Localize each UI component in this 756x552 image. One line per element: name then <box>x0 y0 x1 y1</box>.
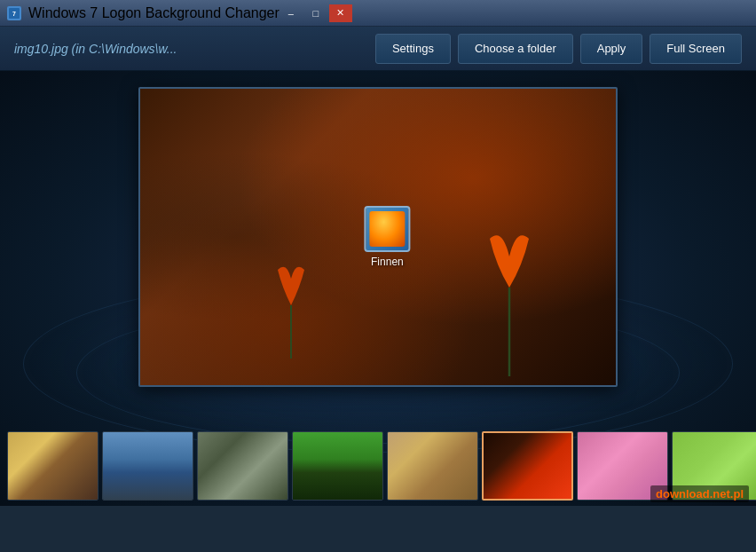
window-title: Windows 7 Logon Background Changer <box>28 5 280 21</box>
thumbnail-image <box>198 432 287 500</box>
apply-button[interactable]: Apply <box>580 34 643 64</box>
maximize-button[interactable]: □ <box>304 4 327 22</box>
user-avatar-box <box>364 206 410 252</box>
fullscreen-button[interactable]: Full Screen <box>650 34 742 64</box>
tulip-left-icon <box>273 252 309 359</box>
close-button[interactable]: ✕ <box>329 4 352 22</box>
title-bar: 7 Windows 7 Logon Background Changer – □… <box>0 0 756 27</box>
toolbar: img10.jpg (in C:\Windows\w... Settings C… <box>0 27 756 71</box>
thumbnail-image <box>103 432 193 500</box>
thumbnail-item[interactable] <box>102 431 193 501</box>
thumbnail-item[interactable] <box>292 431 383 501</box>
thumbnail-strip <box>0 426 756 506</box>
main-area: Finnen download.net.pl <box>0 71 756 506</box>
choose-folder-button[interactable]: Choose a folder <box>458 34 573 64</box>
user-name-label: Finnen <box>371 256 404 268</box>
thumbnail-image <box>484 433 571 499</box>
svg-text:7: 7 <box>12 11 16 17</box>
thumbnail-item-active[interactable] <box>482 431 573 501</box>
thumbnail-image <box>8 432 98 500</box>
user-icon-container: Finnen <box>364 206 410 268</box>
tulip-right-icon <box>483 217 536 376</box>
minimize-button[interactable]: – <box>280 4 303 22</box>
thumbnail-image <box>388 432 477 500</box>
preview-image: Finnen <box>140 89 616 385</box>
user-avatar-image <box>369 211 405 247</box>
watermark-highlight: w <box>670 487 679 501</box>
file-path-label: img10.jpg (in C:\Windows\w... <box>14 42 368 56</box>
thumbnail-item[interactable] <box>387 431 478 501</box>
window-controls: – □ ✕ <box>280 4 352 22</box>
watermark-prefix: do <box>656 487 670 501</box>
thumbnail-item[interactable] <box>197 431 288 501</box>
settings-button[interactable]: Settings <box>375 34 451 64</box>
thumbnail-item[interactable] <box>7 431 98 501</box>
preview-container: Finnen <box>138 87 618 387</box>
app-icon: 7 <box>7 6 21 20</box>
watermark: download.net.pl <box>650 485 749 502</box>
thumbnail-image <box>293 432 382 500</box>
watermark-suffix: nload.net.pl <box>679 487 744 501</box>
